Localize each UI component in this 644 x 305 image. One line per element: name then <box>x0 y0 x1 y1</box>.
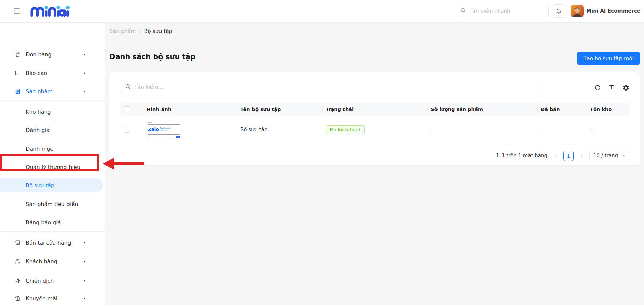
status-badge: Đã kích hoạt <box>326 125 365 134</box>
avatar[interactable] <box>571 5 584 17</box>
chevron-right-icon <box>82 52 87 57</box>
product-list-icon <box>14 88 21 95</box>
row-checkbox-cell <box>120 127 143 133</box>
column-header-sold: Đã bán <box>537 103 587 116</box>
column-header-status: Trạng thái <box>322 103 427 116</box>
sidebar-item-ban-tai-cua-hang[interactable]: Bán tại cửa hàng <box>0 235 105 250</box>
column-header-product-count: Số lượng sản phẩm <box>427 103 537 116</box>
chevron-down-icon <box>622 153 626 159</box>
column-header-stock: Tồn kho <box>587 103 630 116</box>
global-search-input[interactable] <box>469 8 544 14</box>
chevron-right-icon <box>82 259 87 264</box>
thumb-decoration <box>148 134 180 135</box>
create-collection-button[interactable]: Tạo bộ sưu tập mới <box>577 52 640 65</box>
pagination-summary: 1–1 trên 1 mặt hàng <box>496 153 547 159</box>
breadcrumb-parent[interactable]: Sản phẩm <box>109 28 136 34</box>
header-right: Mini AI Ecommerce <box>456 4 640 18</box>
table-header-row: Hình ảnh Tên bộ sưu tập Trạng thái Số lư… <box>120 103 630 116</box>
megaphone-icon <box>14 277 21 284</box>
page-title: Danh sách bộ sưu tập <box>109 53 195 61</box>
store-icon <box>14 239 21 246</box>
table-search <box>120 80 543 94</box>
sidebar-item-khuyen-mai[interactable]: Khuyến mãi <box>0 291 105 305</box>
chevron-left-icon[interactable] <box>553 152 559 160</box>
chevron-right-icon[interactable] <box>579 152 585 160</box>
divider <box>0 100 105 101</box>
sidebar-item-danh-muc[interactable]: Danh mục <box>0 141 105 156</box>
sidebar-item-danh-gia[interactable]: Đánh giá <box>0 123 105 138</box>
page-size-select[interactable]: 10 / trang <box>589 151 630 161</box>
gear-icon[interactable] <box>622 84 630 92</box>
sidebar-item-bao-cao[interactable]: Báo cáo <box>0 66 105 80</box>
reload-icon[interactable] <box>594 84 602 92</box>
menu-fold-icon[interactable] <box>12 6 21 16</box>
chevron-right-icon <box>82 240 87 245</box>
collection-thumbnail[interactable]: Zalo Notification Service <box>147 121 181 139</box>
thumb-decoration <box>176 136 180 138</box>
page-size-value: 10 / trang <box>593 153 618 159</box>
column-height-icon[interactable] <box>608 84 616 92</box>
gift-icon <box>14 295 21 302</box>
sidebar-item-quan-ly-thuong-hieu[interactable]: Quản lý thương hiệu <box>0 160 105 175</box>
row-checkbox[interactable] <box>124 127 130 133</box>
table-tools <box>594 84 630 92</box>
sidebar-item-san-pham[interactable]: Sản phẩm <box>0 84 105 99</box>
sidebar-item-san-pham-tieu-bieu[interactable]: Sản phẩm tiêu biểu <box>0 197 105 212</box>
zalo-caption-text: Notification Service <box>160 127 174 131</box>
pagination: 1–1 trên 1 mặt hàng 1 10 / trang <box>496 150 630 161</box>
row-product-count-cell: - <box>427 127 537 133</box>
sidebar-item-khach-hang[interactable]: Khách hàng <box>0 254 105 269</box>
collection-card: Hình ảnh Tên bộ sưu tập Trạng thái Số lư… <box>109 72 640 165</box>
breadcrumb-separator: / <box>139 28 141 34</box>
table-search-input[interactable] <box>134 84 538 90</box>
zalo-logo-text: Zalo <box>148 127 159 132</box>
breadcrumb-current: Bộ sưu tập <box>144 28 172 34</box>
chevron-right-icon <box>82 278 87 283</box>
miniai-logo[interactable] <box>27 5 73 17</box>
column-header-image: Hình ảnh <box>143 103 237 116</box>
thumb-decoration <box>148 124 180 125</box>
bar-chart-icon <box>14 69 21 77</box>
thumb-decoration <box>148 122 152 123</box>
column-header-name: Tên bộ sưu tập <box>237 103 322 116</box>
row-image-cell: Zalo Notification Service <box>143 121 237 139</box>
breadcrumb: Sản phẩm/Bộ sưu tập <box>109 28 172 34</box>
chevron-right-icon <box>82 296 87 301</box>
row-status-cell: Đã kích hoạt <box>322 125 427 134</box>
global-search <box>456 5 549 17</box>
app-header: Mini AI Ecommerce <box>0 0 644 23</box>
collections-table: Hình ảnh Tên bộ sưu tập Trạng thái Số lư… <box>120 103 630 144</box>
sidebar: Đơn hàng Báo cáo Sản ph <box>0 23 105 305</box>
chevron-right-icon <box>82 71 87 75</box>
main-content: Sản phẩm/Bộ sưu tập Danh sách bộ sưu tập… <box>105 23 644 305</box>
sidebar-item-kho-hang[interactable]: Kho hàng <box>0 104 105 119</box>
sidebar-item-chien-dich[interactable]: Chiến dịch <box>0 273 105 288</box>
users-icon <box>14 258 21 265</box>
sidebar-item-don-hang[interactable]: Đơn hàng <box>0 47 105 62</box>
thumb-decoration <box>156 137 168 137</box>
caret-down-icon <box>82 89 87 94</box>
bell-icon[interactable] <box>552 4 565 18</box>
thumb-footer <box>148 136 180 138</box>
search-icon <box>125 83 131 91</box>
divider <box>0 231 105 232</box>
bag-icon <box>14 51 21 58</box>
row-sold-cell: - <box>537 127 587 133</box>
page-number-button[interactable]: 1 <box>563 151 574 161</box>
table-row: Zalo Notification Service Bộ sưu tập <box>120 116 630 144</box>
app-root: Mini AI Ecommerce Đơn hàng Báo cáo <box>0 0 644 305</box>
sidebar-item-bo-suu-tap[interactable]: Bộ sưu tập <box>0 178 103 192</box>
row-stock-cell: - <box>587 127 630 133</box>
thumb-main: Zalo Notification Service <box>148 126 180 132</box>
select-all-checkbox[interactable] <box>124 106 130 112</box>
sidebar-item-bang-bao-gia[interactable]: Bảng báo giá <box>0 215 105 230</box>
header-checkbox-cell <box>120 103 143 116</box>
account-name[interactable]: Mini AI Ecommerce <box>586 8 640 14</box>
row-name-cell: Bộ sưu tập <box>237 127 322 133</box>
search-icon <box>460 7 466 15</box>
